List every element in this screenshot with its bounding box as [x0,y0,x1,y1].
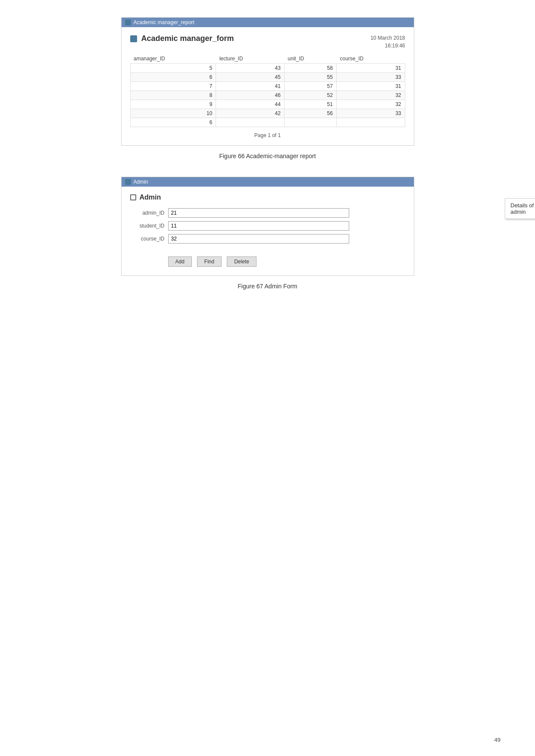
admin-titlebar: Admin [122,177,414,187]
col-header-lecture-id: lecture_ID [216,54,284,64]
student-id-input[interactable] [168,221,349,231]
table-row: 10425633 [130,109,405,118]
table-row: 7415731 [130,82,405,91]
report-header-row: Academic manager_form 10 March 2018 16:1… [130,34,405,50]
student-id-label: student_ID [130,223,165,229]
course-id-input[interactable] [168,234,349,244]
report-table: amanager_ID lecture_ID unit_ID course_ID… [130,54,405,127]
find-button[interactable]: Find [197,256,222,267]
details-popup-line1: Details of [510,202,535,209]
table-row: 5435831 [130,64,405,73]
report-titlebar: Academic manager_report [122,18,414,27]
admin-content: Admin admin_ID student_ID course_ID [122,187,414,275]
details-popup: Details of admin [505,198,535,219]
col-header-amanager-id: amanager_ID [130,54,216,64]
admin-id-input[interactable] [168,208,349,218]
delete-button[interactable]: Delete [227,256,257,267]
admin-titlebar-label: Admin [134,179,148,185]
report-content: Academic manager_form 10 March 2018 16:1… [122,27,414,145]
admin-titlebar-icon [125,179,131,185]
figure-66-section: Academic manager_report Academic manager… [34,17,501,159]
report-title-icon [130,35,137,42]
student-id-row: student_ID [130,221,405,231]
course-id-label: course_ID [130,236,165,242]
table-row: 6455533 [130,73,405,82]
table-row: 8465232 [130,91,405,100]
col-header-unit-id: unit_ID [284,54,336,64]
admin-title: Admin [140,194,161,201]
report-window: Academic manager_report Academic manager… [121,17,414,146]
report-date: 10 March 2018 16:19:46 [370,34,405,50]
report-titlebar-label: Academic manager_report [134,19,194,25]
pagination: Page 1 of 1 [130,132,405,138]
admin-form-area: Admin Admin admin_ID student_ID [34,177,501,276]
details-popup-line2: admin [510,209,535,215]
admin-id-label: admin_ID [130,210,165,216]
admin-window: Admin Admin admin_ID student_ID [121,177,414,276]
col-header-course-id: course_ID [336,54,405,64]
table-row: 9445132 [130,100,405,109]
form-buttons: Add Find Delete [168,256,405,267]
figure-66-caption: Figure 66 Academic-manager report [34,153,501,159]
admin-title-block: Admin [130,194,405,201]
titlebar-icon [125,19,131,25]
figure-67-caption: Figure 67 Admin Form [34,283,501,290]
add-button[interactable]: Add [168,256,192,267]
figure-67-section: Admin Admin admin_ID student_ID [34,177,501,290]
table-last-row: 6 [130,118,405,127]
admin-title-icon [130,194,136,200]
report-title: Academic manager_form [141,34,234,43]
page-number: 49 [494,737,501,743]
admin-id-row: admin_ID [130,208,405,218]
course-id-row: course_ID [130,234,405,244]
report-title-block: Academic manager_form [130,34,234,43]
